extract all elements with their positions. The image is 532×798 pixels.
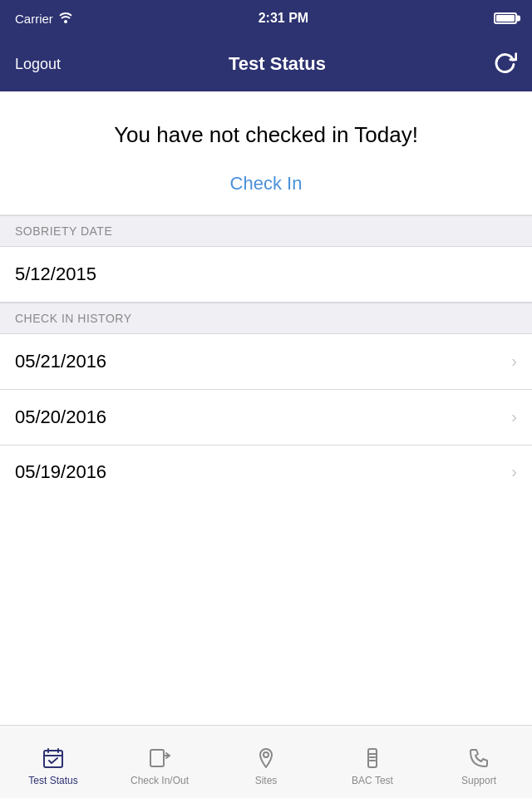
checkin-status-section: You have not checked in Today! Check In bbox=[0, 91, 532, 215]
tab-support[interactable]: Support bbox=[426, 738, 532, 786]
battery-icon bbox=[494, 12, 517, 24]
sobriety-section-header: SOBRIETY DATE bbox=[0, 215, 532, 247]
check-in-link[interactable]: Check In bbox=[230, 173, 303, 194]
svg-rect-1 bbox=[44, 751, 62, 767]
status-left: Carrier bbox=[15, 12, 73, 26]
bac-icon bbox=[359, 745, 386, 771]
logout-button[interactable]: Logout bbox=[15, 56, 61, 73]
tab-sites[interactable]: Sites bbox=[213, 738, 319, 786]
history-date-1: 05/21/2016 bbox=[15, 351, 106, 372]
phone-icon bbox=[466, 745, 492, 771]
tab-checkin-out-label: Check In/Out bbox=[131, 775, 189, 786]
not-checked-in-message: You have not checked in Today! bbox=[17, 121, 515, 150]
tab-test-status-label: Test Status bbox=[28, 775, 77, 786]
status-time: 2:31 PM bbox=[259, 11, 308, 26]
chevron-right-icon-2: › bbox=[511, 407, 517, 426]
tab-test-status[interactable]: Test Status bbox=[0, 738, 106, 786]
svg-point-7 bbox=[264, 752, 268, 757]
battery-container bbox=[494, 12, 517, 24]
page-title: Test Status bbox=[229, 53, 326, 75]
location-icon bbox=[253, 745, 279, 771]
svg-point-0 bbox=[64, 20, 67, 23]
svg-rect-5 bbox=[150, 750, 164, 766]
history-section: CHECK IN HISTORY 05/21/2016 › 05/20/2016… bbox=[0, 303, 532, 499]
tab-bac-test[interactable]: BAC Test bbox=[319, 738, 426, 786]
tab-bar: Test Status Check In/Out Sites bbox=[0, 725, 532, 798]
history-item-partial[interactable]: 05/19/2016 › bbox=[0, 446, 532, 499]
history-item[interactable]: 05/20/2016 › bbox=[0, 390, 532, 446]
history-date-3: 05/19/2016 bbox=[15, 461, 106, 483]
sobriety-section: SOBRIETY DATE 5/12/2015 bbox=[0, 215, 532, 303]
history-section-header: CHECK IN HISTORY bbox=[0, 303, 532, 334]
nav-bar: Logout Test Status bbox=[0, 37, 532, 91]
status-bar: Carrier 2:31 PM bbox=[0, 0, 532, 37]
tab-bac-test-label: BAC Test bbox=[352, 775, 393, 786]
chevron-right-icon-3: › bbox=[511, 462, 517, 481]
history-item[interactable]: 05/21/2016 › bbox=[0, 334, 532, 390]
carrier-label: Carrier bbox=[15, 12, 53, 26]
chevron-right-icon-1: › bbox=[511, 352, 517, 371]
tab-sites-label: Sites bbox=[255, 775, 278, 786]
sobriety-date-value: 5/12/2015 bbox=[0, 247, 532, 303]
checkin-icon bbox=[146, 745, 173, 771]
tab-checkin-out[interactable]: Check In/Out bbox=[106, 738, 213, 786]
history-date-2: 05/20/2016 bbox=[15, 406, 106, 428]
wifi-icon bbox=[58, 12, 73, 26]
calendar-check-icon bbox=[40, 745, 66, 771]
tab-support-label: Support bbox=[461, 775, 496, 786]
refresh-button[interactable] bbox=[494, 50, 517, 78]
